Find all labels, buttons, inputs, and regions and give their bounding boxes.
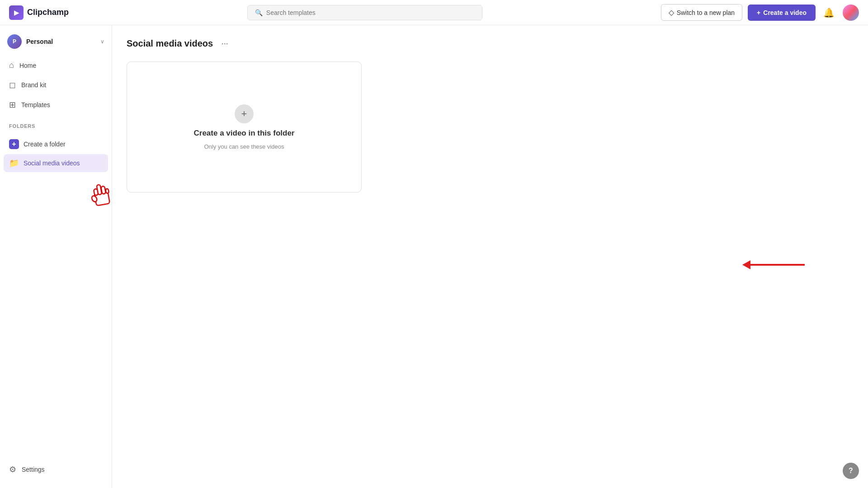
create-video-card[interactable]: + Create a video in this folder Only you… bbox=[127, 61, 362, 192]
main-layout: P Personal ∨ ⌂ Home ◻ Brand kit ⊞ Templa… bbox=[0, 25, 868, 488]
sidebar-settings-label: Settings bbox=[22, 466, 45, 473]
sidebar-user[interactable]: P Personal ∨ bbox=[0, 31, 112, 56]
sidebar-nav: ⌂ Home ◻ Brand kit ⊞ Templates bbox=[0, 56, 112, 114]
brand-kit-icon: ◻ bbox=[9, 80, 16, 90]
create-video-in-folder-title: Create a video in this folder bbox=[194, 129, 295, 138]
diamond-icon: ◇ bbox=[669, 8, 674, 17]
create-folder-label: Create a folder bbox=[24, 141, 66, 148]
settings-icon: ⚙ bbox=[9, 465, 16, 474]
plus-icon: + bbox=[241, 108, 247, 120]
notifications-button[interactable]: 🔔 bbox=[821, 5, 837, 21]
main-content: Social media videos ··· + Create a video… bbox=[112, 25, 868, 488]
search-input[interactable] bbox=[266, 9, 475, 16]
create-video-label: Create a video bbox=[763, 9, 807, 16]
sidebar-bottom: ⚙ Settings bbox=[0, 456, 112, 483]
app-name: Clipchamp bbox=[27, 8, 69, 17]
switch-plan-button[interactable]: ◇ Switch to a new plan bbox=[661, 4, 742, 21]
sidebar-item-social-media-videos[interactable]: 📁 Social media videos bbox=[4, 154, 108, 172]
chevron-down-icon: ∨ bbox=[100, 38, 104, 45]
sidebar-user-name: Personal bbox=[26, 38, 96, 45]
app-logo[interactable]: ▶ Clipchamp bbox=[9, 5, 69, 20]
topbar-left: ▶ Clipchamp bbox=[9, 5, 69, 20]
topbar-right: ◇ Switch to a new plan + Create a video … bbox=[661, 4, 859, 21]
folder-title: Social media videos bbox=[127, 38, 213, 49]
help-button[interactable]: ? bbox=[843, 463, 859, 479]
folder-list: + Create a folder 📁 Social media videos bbox=[0, 133, 112, 174]
logo-icon: ▶ bbox=[9, 5, 24, 20]
more-icon: ··· bbox=[222, 39, 228, 48]
search-icon: 🔍 bbox=[255, 9, 263, 16]
sidebar-item-social-media-videos-label: Social media videos bbox=[24, 160, 80, 167]
folder-icon: 📁 bbox=[9, 158, 19, 168]
folder-header: Social media videos ··· bbox=[127, 36, 854, 51]
arrow-annotation bbox=[742, 260, 805, 269]
sidebar-item-brand-kit-label: Brand kit bbox=[21, 81, 46, 89]
topbar: ▶ Clipchamp 🔍 ◇ Switch to a new plan + C… bbox=[0, 0, 868, 25]
sidebar-item-brand-kit[interactable]: ◻ Brand kit bbox=[4, 75, 108, 94]
search-bar: 🔍 bbox=[247, 5, 482, 20]
arrow-head bbox=[742, 260, 750, 269]
cursor-hand-annotation bbox=[112, 179, 116, 214]
sidebar: P Personal ∨ ⌂ Home ◻ Brand kit ⊞ Templa… bbox=[0, 25, 112, 488]
sidebar-item-templates[interactable]: ⊞ Templates bbox=[4, 95, 108, 114]
create-video-button[interactable]: + Create a video bbox=[748, 5, 816, 21]
sidebar-user-avatar: P bbox=[7, 34, 22, 49]
sidebar-item-templates-label: Templates bbox=[21, 101, 50, 108]
add-video-icon: + bbox=[235, 104, 254, 123]
folders-label: FOLDERS bbox=[9, 123, 35, 129]
sidebar-item-settings[interactable]: ⚙ Settings bbox=[4, 460, 108, 479]
help-icon: ? bbox=[849, 467, 853, 475]
folder-more-button[interactable]: ··· bbox=[217, 36, 232, 51]
sidebar-item-home-label: Home bbox=[19, 62, 36, 69]
create-folder-item[interactable]: + Create a folder bbox=[4, 135, 108, 153]
sidebar-item-home[interactable]: ⌂ Home bbox=[4, 56, 108, 75]
home-icon: ⌂ bbox=[9, 61, 14, 70]
create-folder-plus-icon: + bbox=[9, 139, 19, 149]
folders-section-header: FOLDERS bbox=[0, 114, 112, 133]
arrow-line bbox=[750, 264, 805, 266]
templates-icon: ⊞ bbox=[9, 100, 16, 110]
switch-plan-label: Switch to a new plan bbox=[677, 9, 735, 16]
user-avatar[interactable] bbox=[843, 5, 859, 21]
bell-icon: 🔔 bbox=[823, 7, 835, 18]
create-video-in-folder-subtitle: Only you can see these videos bbox=[204, 143, 284, 150]
create-video-plus-icon: + bbox=[757, 9, 760, 16]
